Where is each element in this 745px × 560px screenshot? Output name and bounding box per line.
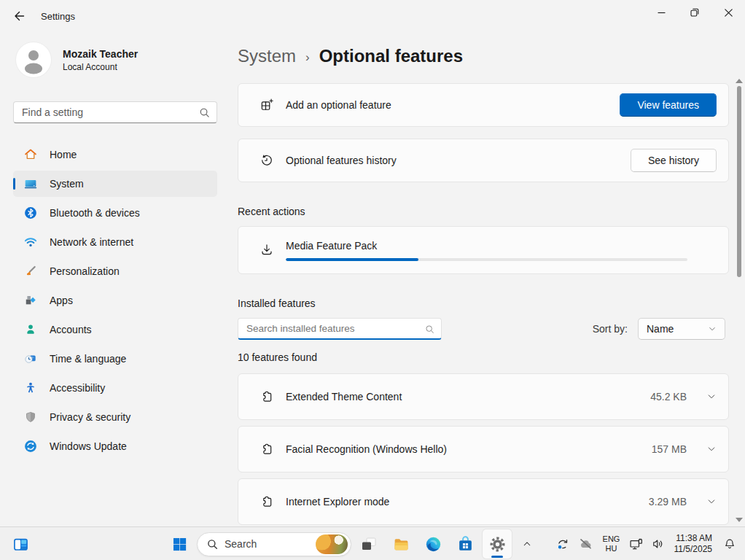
download-icon [260,243,274,257]
network-status-button[interactable] [625,529,647,559]
volume-button[interactable] [647,529,669,559]
language-switcher[interactable]: ENG HU [598,529,625,559]
clock[interactable]: 11:38 AM 11/5/2025 [669,529,718,559]
installed-search-box [238,318,442,340]
speaker-icon [651,537,666,551]
feature-name: Facial Recognition (Windows Hello) [286,443,447,455]
update-status-button[interactable] [551,529,574,559]
installed-features-heading: Installed features [238,298,729,309]
main-content: System › Optional features Add an option… [238,32,729,525]
download-progress-fill [286,258,418,261]
notification-center-button[interactable] [717,529,742,559]
settings-search-box [13,101,217,123]
tray-overflow-button[interactable] [515,529,539,559]
chevron-down-icon [708,324,717,333]
edge-icon [424,535,442,553]
sidebar-item-privacy-security[interactable]: Privacy & security [13,404,217,430]
expand-chevron-icon[interactable] [706,392,717,402]
breadcrumb-separator: › [305,48,310,65]
wifi-icon [23,235,38,249]
sidebar-item-apps[interactable]: Apps [13,287,217,314]
puzzle-icon [260,389,274,404]
sidebar-item-windows-update[interactable]: Windows Update [13,433,217,459]
sidebar-item-personalization[interactable]: Personalization [13,258,217,284]
add-optional-feature-card: Add an optional feature View features [238,83,729,127]
task-view-icon [360,535,378,553]
puzzle-icon [260,442,274,456]
sidebar-item-accessibility[interactable]: Accessibility [13,375,217,401]
page-title: Optional features [319,46,463,66]
microsoft-store-button[interactable] [450,529,480,559]
feature-row-facial-recognition[interactable]: Facial Recognition (Windows Hello) 157 M… [238,426,729,472]
close-button[interactable] [711,0,745,25]
add-feature-icon [260,98,274,112]
sidebar-item-network-internet[interactable]: Network & internet [13,229,217,255]
system-icon [23,176,38,191]
user-account[interactable]: Mozaik Teacher Local Account [16,42,217,77]
minimize-button[interactable] [644,0,678,25]
edge-browser-button[interactable] [418,529,448,559]
language-secondary: HU [606,544,617,553]
bluetooth-icon [23,206,38,220]
breadcrumb-parent[interactable]: System [238,46,296,66]
recent-action-name: Media Feature Pack [286,240,687,252]
shield-icon [23,410,38,424]
language-primary: ENG [603,534,620,544]
file-explorer-button[interactable] [386,529,416,559]
installed-search-input[interactable] [238,319,441,338]
view-features-button[interactable]: View features [620,93,717,117]
bing-daily-image[interactable] [316,534,348,554]
expand-chevron-icon[interactable] [706,497,717,507]
settings-app-button[interactable] [483,529,512,559]
scrollbar-up-arrow[interactable] [736,79,743,83]
sidebar-item-label: Accessibility [50,382,105,394]
add-feature-label: Add an optional feature [286,99,391,111]
selected-accent-pill [13,178,15,190]
maximize-restore-button[interactable] [678,0,711,25]
sidebar-item-home[interactable]: Home [13,141,217,168]
settings-gear-icon [488,535,507,553]
window-title: Settings [41,11,75,22]
settings-search-input[interactable] [14,102,217,122]
tray-date: 11/5/2025 [674,544,713,555]
sidebar-item-label: Privacy & security [50,411,130,423]
taskbar-search[interactable]: Search [197,532,351,556]
feature-row-internet-explorer-mode[interactable]: Internet Explorer mode 3.29 MB [238,478,729,525]
scrollbar-down-arrow[interactable] [736,518,743,522]
sidebar-item-time-language[interactable]: Time & language [13,346,217,372]
expand-chevron-icon[interactable] [706,444,717,454]
avatar [16,42,51,77]
start-button[interactable] [165,529,194,559]
system-tray: ENG HU 11:38 AM 11/5/2025 [551,527,743,560]
restore-icon [690,8,699,17]
breadcrumb: System › Optional features [238,44,729,69]
onedrive-status-button[interactable] [574,529,598,559]
scrollbar [735,77,744,524]
notification-bell-icon [722,537,737,551]
close-icon [725,9,733,17]
sidebar-item-label: Accounts [50,324,92,335]
time-language-icon [23,351,38,366]
sort-dropdown-value: Name [647,323,674,335]
feature-row-extended-theme-content[interactable]: Extended Theme Content 45.2 KB [238,373,729,420]
back-button[interactable] [4,4,34,28]
file-explorer-icon [392,535,410,553]
taskbar-search-label: Search [225,538,257,550]
sidebar: Mozaik Teacher Local Account Home System [0,32,230,462]
sort-dropdown[interactable]: Name [638,318,725,340]
sidebar-item-bluetooth-devices[interactable]: Bluetooth & devices [13,200,217,226]
widgets-icon [12,535,30,553]
sidebar-item-system[interactable]: System [13,171,217,197]
minimize-icon [658,9,666,17]
see-history-button[interactable]: See history [631,149,717,172]
task-view-button[interactable] [354,529,383,559]
windows-start-icon [171,536,188,553]
scrollbar-thumb[interactable] [737,86,741,277]
recent-actions-heading: Recent actions [238,206,729,217]
sidebar-item-label: Bluetooth & devices [50,207,140,219]
back-arrow-icon [13,10,25,22]
widgets-button[interactable] [6,529,35,559]
sidebar-item-accounts[interactable]: Accounts [13,316,217,343]
installed-filter-row: Sort by: Name [238,318,729,340]
accessibility-icon [23,381,38,395]
